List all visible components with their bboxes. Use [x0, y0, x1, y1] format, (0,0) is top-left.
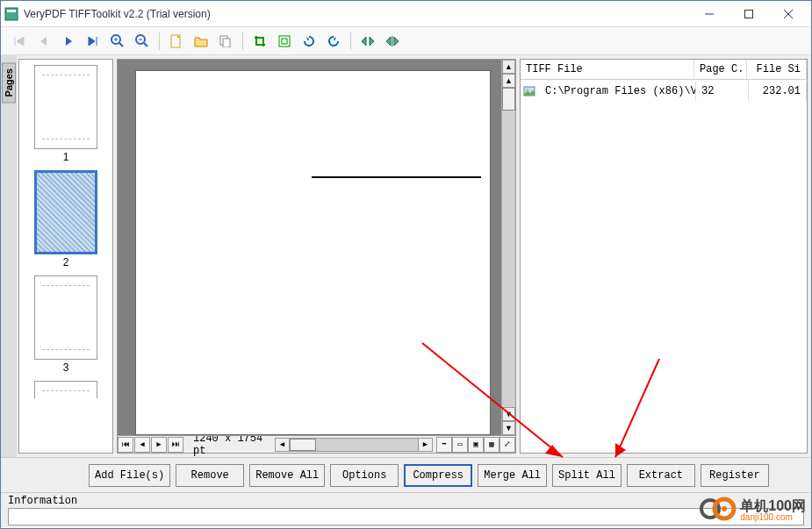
next-page-button[interactable]	[59, 32, 78, 51]
scroll-up-button[interactable]: ▲	[502, 74, 515, 88]
status-first-icon[interactable]: ⏮	[118, 437, 133, 453]
first-page-button[interactable]	[10, 32, 29, 51]
scroll-right-button[interactable]: ▶	[418, 439, 432, 451]
file-list-header: TIFF File Page C... File Si	[521, 60, 807, 80]
svg-rect-1	[7, 10, 16, 12]
register-button[interactable]: Register	[701, 464, 769, 487]
file-pages: 32	[696, 82, 749, 101]
column-pagecount[interactable]: Page C...	[694, 60, 747, 79]
logo-text-en: danji100.com	[740, 513, 806, 522]
watermark-logo: 单机100网 danji100.com	[700, 496, 806, 525]
scroll-left-button[interactable]: ◀	[276, 439, 290, 451]
pages-tab[interactable]: Pages	[1, 55, 17, 457]
add-file-button[interactable]: Add File(s)	[89, 464, 170, 487]
prev-page-button[interactable]	[34, 32, 54, 51]
svg-rect-17	[282, 39, 287, 44]
document-page	[135, 70, 491, 435]
app-icon	[4, 7, 18, 21]
information-panel: Information	[1, 492, 811, 527]
remove-all-button[interactable]: Remove All	[249, 464, 325, 487]
page-viewer[interactable]: ▲ ▲ ▼ ▼	[117, 59, 516, 436]
close-button[interactable]	[768, 2, 808, 26]
window-title: VeryPDF TIFFToolkit v2.2 (Trial version)	[24, 8, 689, 20]
thumbnail-panel: 1 2 3	[18, 59, 113, 454]
actual-size-icon[interactable]: ▣	[468, 437, 484, 453]
viewer-statusbar: ⏮ ◀ ▶ ⏭ 1240 x 1754 pt ◀ ▶ ⬌ ▭ ▣ ▦ ⤢	[117, 436, 516, 454]
logo-icon	[700, 496, 737, 525]
svg-line-11	[144, 43, 147, 46]
thumbnail[interactable]	[34, 65, 97, 149]
file-list: TIFF File Page C... File Si C:\Program F…	[520, 59, 808, 454]
rotate-left-icon[interactable]	[299, 32, 319, 51]
merge-all-button[interactable]: Merge All	[478, 464, 547, 487]
column-file[interactable]: TIFF File	[521, 60, 694, 79]
zoom-out-button[interactable]	[133, 32, 152, 51]
compress-button[interactable]: Compress	[404, 464, 472, 487]
svg-rect-3	[744, 10, 752, 18]
svg-point-27	[722, 506, 727, 511]
scroll-down-button[interactable]: ▼	[502, 421, 515, 435]
information-box	[8, 508, 804, 525]
scroll-down-button[interactable]: ▼	[502, 407, 515, 421]
thumbnail-label: 2	[63, 256, 69, 268]
information-label: Information	[8, 495, 77, 507]
maximize-button[interactable]	[729, 2, 768, 26]
rotate-right-icon[interactable]	[324, 32, 343, 51]
flip-h-icon[interactable]	[358, 32, 377, 51]
grid-icon[interactable]: ▦	[484, 437, 499, 453]
new-page-icon[interactable]	[167, 32, 186, 51]
column-filesize[interactable]: File Si	[747, 60, 807, 79]
expand-icon[interactable]: ⤢	[499, 437, 515, 453]
vertical-scrollbar[interactable]: ▲ ▲ ▼ ▼	[501, 60, 515, 435]
zoom-in-button[interactable]	[108, 32, 127, 51]
flip-v-icon[interactable]	[383, 32, 402, 51]
minimize-button[interactable]	[689, 2, 729, 26]
horizontal-scrollbar[interactable]: ◀ ▶	[275, 438, 433, 452]
svg-line-7	[119, 43, 123, 46]
last-page-button[interactable]	[83, 32, 103, 51]
extract-button[interactable]: Extract	[627, 464, 695, 487]
thumbnail-label: 3	[63, 361, 69, 374]
fit-page-icon[interactable]: ▭	[452, 437, 468, 453]
copy-icon[interactable]	[216, 32, 235, 51]
logo-text-cn: 单机100网	[740, 499, 806, 513]
crop-icon[interactable]	[250, 32, 269, 51]
scroll-thumb[interactable]	[502, 88, 515, 111]
file-size: 232.01	[749, 82, 807, 101]
status-next-icon[interactable]: ▶	[151, 437, 167, 453]
split-all-button[interactable]: Split All	[552, 464, 622, 487]
thumbnail[interactable]	[34, 170, 97, 254]
open-icon[interactable]	[191, 32, 211, 51]
scroll-thumb[interactable]	[290, 439, 316, 451]
options-button[interactable]: Options	[330, 464, 399, 487]
remove-button[interactable]: Remove	[176, 464, 244, 487]
thumbnail[interactable]	[34, 275, 97, 360]
resize-icon[interactable]	[275, 32, 294, 51]
scroll-up-button[interactable]: ▲	[502, 60, 515, 74]
fit-width-icon[interactable]: ⬌	[436, 437, 452, 453]
toolbar	[1, 27, 811, 55]
svg-rect-16	[279, 36, 290, 46]
status-prev-icon[interactable]: ◀	[134, 437, 150, 453]
status-last-icon[interactable]: ⏭	[168, 437, 183, 453]
file-list-row[interactable]: C:\Program Files (x86)\Ver... 32 232.01	[521, 80, 807, 103]
titlebar: VeryPDF TIFFToolkit v2.2 (Trial version)	[1, 1, 811, 27]
svg-rect-15	[223, 39, 230, 47]
file-icon	[523, 85, 537, 97]
file-path: C:\Program Files (x86)\Ver...	[540, 82, 696, 101]
thumbnail-label: 1	[63, 151, 69, 163]
thumbnail[interactable]	[34, 381, 97, 398]
action-button-bar: Add File(s) Remove Remove All Options Co…	[1, 457, 811, 492]
